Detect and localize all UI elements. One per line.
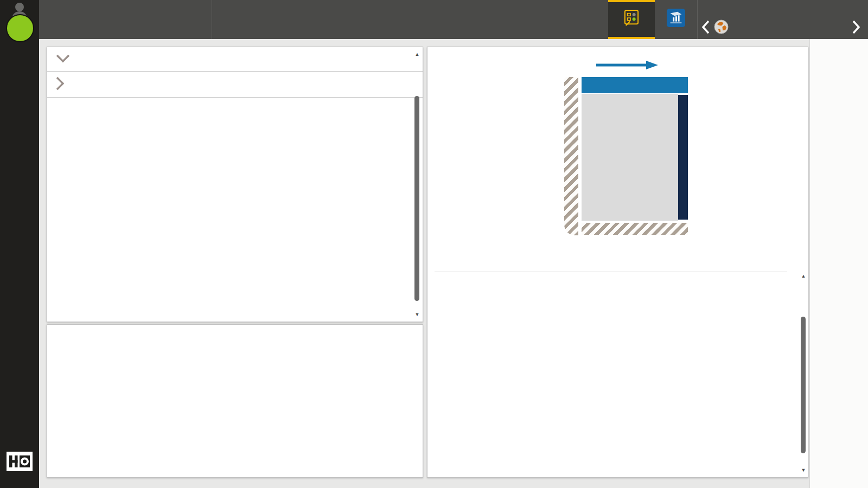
nav-next-chevron-icon[interactable] [852,20,861,37]
scroll-down-icon[interactable]: ▼ [415,312,420,317]
tab-back[interactable] [655,0,697,39]
chevron-down-icon [56,54,70,65]
tab-status[interactable] [608,0,655,39]
machine-fence-left [564,77,578,235]
nav-previous-chevron-icon[interactable] [701,20,710,37]
scroll-up-icon[interactable]: ▲ [801,273,806,279]
topbar-divider-2 [697,0,698,39]
globe-icon[interactable] [714,20,729,36]
list-scrollbar-thumb[interactable] [414,96,419,301]
status-icon [624,9,639,29]
back-icon [667,9,685,29]
table-scrollbar-thumb[interactable] [801,317,806,453]
function-key-column [809,39,868,488]
chevron-right-icon [56,76,65,92]
scroll-down-icon[interactable]: ▼ [801,467,806,473]
list-scrollbar[interactable]: ▲ ▼ [413,50,421,318]
feed-direction-arrow-icon [596,61,658,72]
group-header-kitchen-cabinet[interactable] [47,72,423,98]
workpiece-panel: ▲ ▼ [427,47,808,478]
app-root: ▲ ▼ ▲ ▼ [0,0,868,488]
machine-state-lamp[interactable] [6,14,34,42]
workpiece-body[interactable] [582,94,678,221]
group-header-office-cabinet[interactable] [47,47,423,72]
table-scrollbar[interactable]: ▲ ▼ [800,272,807,474]
scroll-up-icon[interactable]: ▲ [415,52,420,57]
topbar-divider [212,0,212,39]
program-list-panel: ▲ ▼ [47,47,423,322]
topbar [39,0,868,39]
edge-program-top[interactable] [582,77,688,93]
homag-logo [7,451,33,474]
edge-program-right[interactable] [678,95,688,220]
left-rail [0,0,39,488]
table-header-divider [435,272,787,272]
edge-settings-panel [47,324,423,478]
machine-fence-bottom [582,223,688,235]
